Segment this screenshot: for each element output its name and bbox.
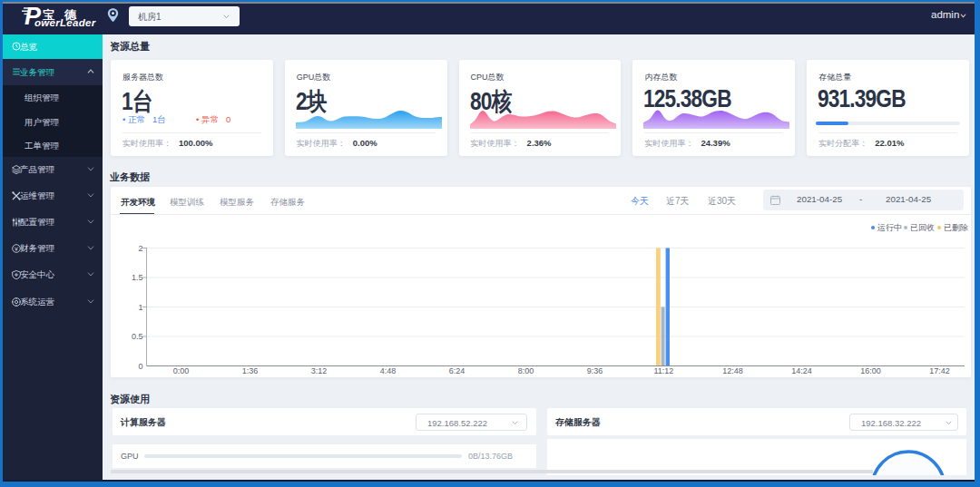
- svg-text:17:42: 17:42: [929, 366, 950, 375]
- svg-text:6:24: 6:24: [449, 366, 466, 375]
- svg-text:1.5: 1.5: [132, 273, 143, 282]
- svg-text:14:24: 14:24: [791, 366, 812, 375]
- svg-text:12:48: 12:48: [722, 366, 743, 375]
- svg-text:3:12: 3:12: [311, 366, 328, 375]
- svg-text:0:00: 0:00: [173, 366, 190, 375]
- svg-text:4:48: 4:48: [380, 366, 397, 375]
- svg-text:16:00: 16:00: [860, 366, 881, 375]
- svg-text:11:12: 11:12: [653, 366, 673, 375]
- svg-text:1:36: 1:36: [242, 366, 259, 375]
- svg-text:9:36: 9:36: [587, 366, 603, 375]
- svg-text:0.5: 0.5: [132, 332, 143, 341]
- svg-text:1: 1: [138, 303, 142, 312]
- svg-text:2: 2: [138, 244, 142, 253]
- svg-text:8:00: 8:00: [518, 366, 534, 375]
- svg-text:0: 0: [138, 362, 142, 371]
